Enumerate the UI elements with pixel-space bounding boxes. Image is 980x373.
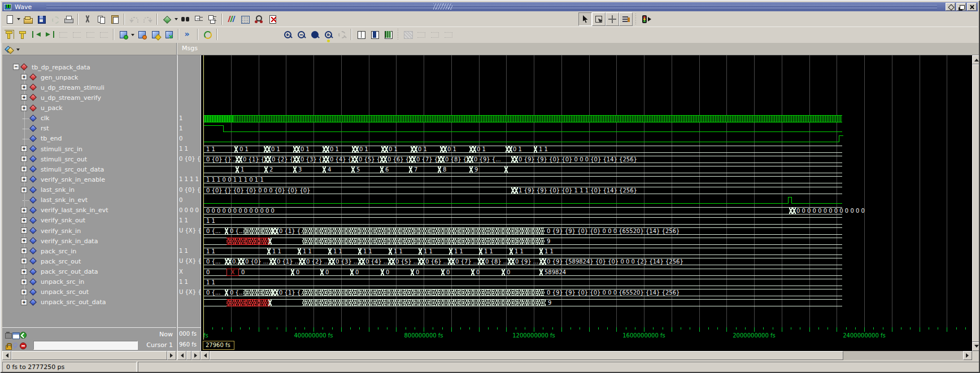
zoom-signal-button[interactable] — [335, 28, 349, 41]
open-file-button[interactable] — [21, 12, 34, 26]
wave-vscrollbar[interactable] — [972, 55, 980, 351]
wave-hscroll-thumb[interactable] — [210, 351, 843, 360]
signal-row[interactable]: +u_pack — [2, 103, 176, 113]
cursor1-label[interactable]: Cursor 1 — [146, 341, 173, 349]
paste-button[interactable] — [108, 12, 121, 26]
expand-box[interactable]: + — [21, 299, 27, 305]
collapse-box[interactable]: − — [13, 64, 19, 70]
cursor-wrench-icon[interactable] — [12, 342, 19, 349]
signal-row[interactable]: +stimuli_src_in — [2, 144, 176, 154]
zoom-range-button[interactable] — [321, 28, 335, 41]
zoom-mode-button[interactable] — [592, 12, 606, 26]
add-wave-button[interactable] — [160, 12, 173, 26]
zoom-in-button[interactable] — [281, 28, 294, 41]
expand-groups-button[interactable] — [206, 12, 219, 26]
expand-box[interactable]: + — [21, 238, 27, 244]
expand-box[interactable]: + — [21, 207, 27, 213]
reload-button[interactable] — [48, 12, 62, 26]
cursor-remove-icon[interactable] — [19, 342, 27, 349]
new-file-button[interactable] — [2, 12, 16, 26]
cursor-lock-icon[interactable] — [5, 342, 12, 349]
prev-rising-edge-button[interactable] — [84, 28, 97, 41]
signal-row[interactable]: +last_snk_in — [2, 185, 176, 195]
clear-wave-button[interactable] — [265, 12, 279, 26]
delete-cursor-button[interactable] — [16, 28, 29, 41]
cursor1-time-box[interactable]: 27960 fs — [203, 341, 234, 350]
expand-box[interactable]: + — [21, 156, 27, 162]
close-button[interactable] — [967, 3, 977, 11]
expand-box[interactable]: + — [21, 105, 27, 111]
copy-in-wave-button[interactable] — [162, 28, 176, 41]
signal-name-panel[interactable]: −tb_dp_repack_data+gen_unpack+u_dp_strea… — [2, 55, 176, 327]
signal-row[interactable]: +pack_src_out — [2, 256, 176, 266]
signal-row[interactable]: +unpack_src_out_data — [2, 297, 176, 308]
wave-hscroll-left-button[interactable] — [201, 351, 210, 360]
expand-box[interactable]: + — [21, 74, 27, 80]
prev-transition-button[interactable] — [29, 28, 43, 41]
names-hscrollbar[interactable] — [2, 351, 176, 360]
edit-mode-button[interactable] — [619, 12, 633, 26]
waveform-canvas[interactable]: 1 10 10 10 10 10 10 10 10 10 10 11 10 {0… — [201, 55, 972, 327]
edit-in-wave-button[interactable] — [149, 28, 162, 41]
signal-row[interactable]: +gen_unpack — [2, 72, 176, 82]
add-to-wave-dropdown[interactable] — [130, 28, 135, 41]
expand-box[interactable]: + — [21, 227, 27, 234]
expand-box[interactable]: + — [21, 94, 27, 100]
values-hscrollbar[interactable] — [177, 351, 201, 360]
signal-row[interactable]: +verify_snk_out — [2, 216, 176, 226]
step-right-button[interactable] — [442, 28, 455, 41]
next-falling-edge-button[interactable] — [70, 28, 84, 41]
signal-value-panel[interactable]: 1101 10 {0} {}1 1 1 10 {0} {}00 0 0 01 1… — [177, 55, 201, 327]
jump-to-time-button[interactable] — [181, 28, 195, 41]
insert-cursor-button[interactable] — [2, 28, 16, 41]
tree-filter-button[interactable] — [4, 44, 23, 54]
print-button[interactable] — [62, 12, 75, 26]
copy-button[interactable] — [94, 12, 108, 26]
refresh-display-button[interactable] — [201, 28, 214, 41]
values-hscroll-left-button[interactable] — [177, 351, 186, 360]
redo-button[interactable] — [141, 12, 154, 26]
names-hscroll-thumb[interactable] — [11, 351, 167, 360]
next-transition-button[interactable] — [43, 28, 56, 41]
expand-box[interactable]: + — [21, 187, 27, 193]
zoom-out-button[interactable] — [294, 28, 308, 41]
dock-button[interactable] — [946, 3, 955, 11]
pattern-button[interactable] — [401, 28, 415, 41]
vscroll-down-button[interactable] — [972, 342, 980, 351]
step-left-button[interactable] — [415, 28, 428, 41]
signal-row[interactable]: +u_dp_stream_stimuli — [2, 82, 176, 93]
restore-button[interactable] — [956, 3, 966, 11]
values-hscroll-thumb[interactable] — [186, 351, 191, 360]
signal-row[interactable]: clk — [2, 113, 176, 124]
save-button[interactable] — [34, 12, 48, 26]
expand-box[interactable]: + — [21, 146, 27, 152]
expand-box[interactable]: + — [21, 279, 27, 285]
expand-box[interactable]: + — [21, 248, 27, 254]
expand-box[interactable]: + — [21, 289, 27, 295]
signal-row[interactable]: +verify_snk_in_data — [2, 236, 176, 246]
traffic-light-button[interactable] — [639, 12, 652, 26]
expand-box[interactable]: + — [21, 84, 27, 90]
view-signal-button[interactable] — [368, 28, 381, 41]
expanded-time-button[interactable] — [238, 12, 252, 26]
names-hscroll-left-button[interactable] — [2, 351, 11, 360]
new-file-dropdown[interactable] — [16, 12, 21, 26]
signal-row[interactable]: +verify_last_snk_in_evt — [2, 205, 176, 216]
vscroll-up-button[interactable] — [972, 55, 980, 64]
add-wave-dropdown[interactable] — [173, 12, 178, 26]
view-memory-button[interactable] — [381, 28, 395, 41]
signal-row[interactable]: +verify_snk_in_enable — [2, 174, 176, 185]
pane-sash[interactable] — [176, 43, 177, 351]
cursor1-value[interactable]: 960 fs — [179, 341, 197, 348]
cursor-name-field[interactable] — [33, 341, 138, 350]
names-hscroll-right-button[interactable] — [167, 351, 176, 360]
signal-row[interactable]: +stimuli_src_out — [2, 154, 176, 164]
footer-add-cursor-icon[interactable] — [19, 331, 27, 339]
show-drivers-button[interactable] — [225, 12, 238, 26]
expand-box[interactable]: + — [21, 166, 27, 172]
cut-button[interactable] — [81, 12, 94, 26]
zoom-full-button[interactable] — [308, 28, 321, 41]
next-rising-edge-button[interactable] — [97, 28, 111, 41]
signal-row[interactable]: +u_dp_stream_verify — [2, 93, 176, 103]
signal-row[interactable]: +unpack_src_in — [2, 277, 176, 287]
